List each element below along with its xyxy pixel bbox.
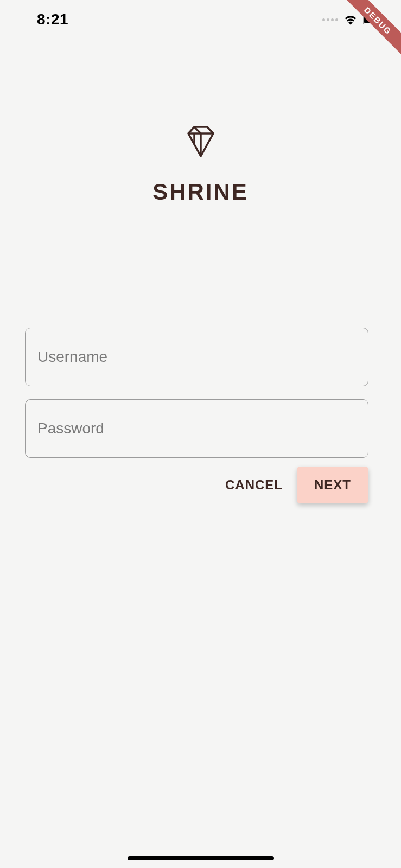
diamond-icon [184, 125, 218, 158]
username-input[interactable] [25, 328, 368, 386]
status-bar: 8:21 [0, 0, 401, 39]
status-time: 8:21 [37, 11, 68, 28]
login-form: CANCEL NEXT [25, 328, 368, 503]
cancel-button[interactable]: CANCEL [221, 468, 287, 502]
brand-title: SHRINE [152, 179, 249, 205]
cellular-signal-icon [322, 18, 338, 21]
wifi-icon [343, 14, 358, 25]
button-row: CANCEL NEXT [25, 467, 368, 503]
password-input[interactable] [25, 399, 368, 458]
home-indicator [128, 856, 274, 860]
next-button[interactable]: NEXT [297, 467, 368, 503]
logo-section: SHRINE [0, 125, 401, 205]
